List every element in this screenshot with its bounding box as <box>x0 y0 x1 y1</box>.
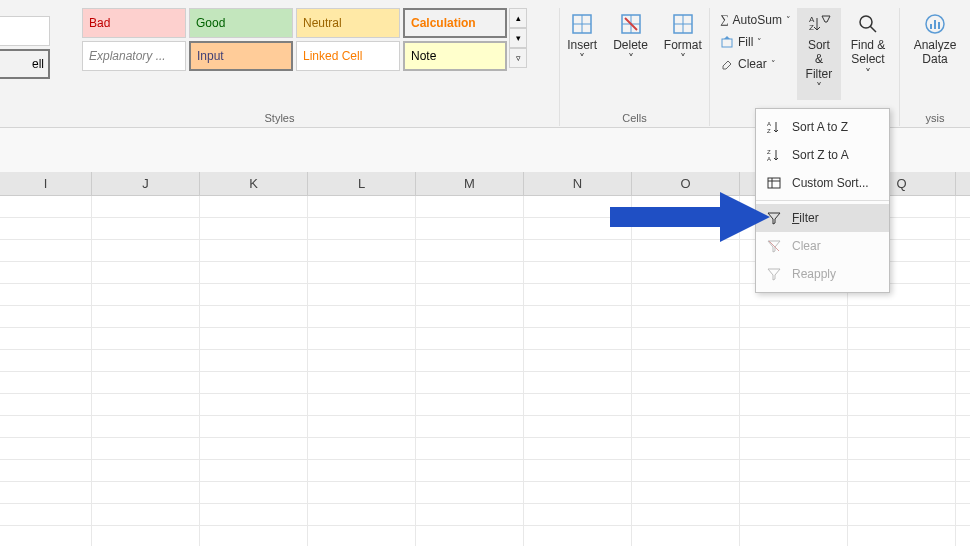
grid-cell[interactable] <box>416 284 524 305</box>
grid-cell[interactable] <box>416 218 524 239</box>
grid-cell[interactable] <box>416 328 524 349</box>
grid-cell[interactable] <box>524 350 632 371</box>
grid-cell[interactable] <box>416 482 524 503</box>
menu-filter[interactable]: Filter <box>756 204 889 232</box>
grid-cell[interactable] <box>740 438 848 459</box>
grid-cell[interactable] <box>92 394 200 415</box>
grid-cell[interactable] <box>308 504 416 525</box>
grid-cell[interactable] <box>632 240 740 261</box>
grid-cell[interactable] <box>632 526 740 546</box>
grid-cell[interactable] <box>308 460 416 481</box>
styles-scroll-down-icon[interactable]: ▾ <box>509 28 527 48</box>
grid-cell[interactable] <box>200 416 308 437</box>
grid-cell[interactable] <box>632 438 740 459</box>
grid-cell[interactable] <box>308 196 416 217</box>
grid-cell[interactable] <box>848 350 956 371</box>
grid-cell[interactable] <box>0 306 92 327</box>
grid-cell[interactable] <box>200 350 308 371</box>
grid-cell[interactable] <box>416 416 524 437</box>
grid-cell[interactable] <box>0 460 92 481</box>
styles-more-icon[interactable]: ▿ <box>509 48 527 68</box>
grid-cell[interactable] <box>0 372 92 393</box>
grid-cell[interactable] <box>308 240 416 261</box>
grid-cell[interactable] <box>308 416 416 437</box>
grid-cell[interactable] <box>0 328 92 349</box>
grid-cell[interactable] <box>92 526 200 546</box>
grid-cell[interactable] <box>524 372 632 393</box>
menu-sort-za[interactable]: ZA Sort Z to A <box>756 141 889 169</box>
grid-cell[interactable] <box>0 350 92 371</box>
grid-cell[interactable] <box>92 350 200 371</box>
grid-cell[interactable] <box>740 394 848 415</box>
grid-cell[interactable] <box>200 240 308 261</box>
grid-cell[interactable] <box>308 306 416 327</box>
grid-cell[interactable] <box>740 504 848 525</box>
grid-cell[interactable] <box>848 460 956 481</box>
style-explanatory[interactable]: Explanatory ... <box>82 41 186 71</box>
grid-cell[interactable] <box>92 460 200 481</box>
analyze-data-button[interactable]: Analyze Data <box>908 8 963 71</box>
grid-cell[interactable] <box>0 504 92 525</box>
grid-cell[interactable] <box>848 328 956 349</box>
grid-cell[interactable] <box>416 438 524 459</box>
style-neutral[interactable]: Neutral <box>296 8 400 38</box>
grid-cell[interactable] <box>200 394 308 415</box>
grid-cell[interactable] <box>308 526 416 546</box>
grid-cell[interactable] <box>0 262 92 283</box>
grid-cell[interactable] <box>416 262 524 283</box>
grid-cell[interactable] <box>416 350 524 371</box>
grid-cell[interactable] <box>740 482 848 503</box>
grid-cell[interactable] <box>92 328 200 349</box>
grid-cell[interactable] <box>416 394 524 415</box>
grid-cell[interactable] <box>632 306 740 327</box>
grid-cell[interactable] <box>416 196 524 217</box>
grid-cell[interactable] <box>0 526 92 546</box>
grid-cell[interactable] <box>416 460 524 481</box>
style-bad[interactable]: Bad <box>82 8 186 38</box>
column-header-J[interactable]: J <box>92 172 200 195</box>
grid-cell[interactable] <box>92 416 200 437</box>
grid-cell[interactable] <box>740 372 848 393</box>
fill-button[interactable]: Fill ˅ <box>716 33 795 51</box>
grid-cell[interactable] <box>308 218 416 239</box>
grid-cell[interactable] <box>200 328 308 349</box>
grid-cell[interactable] <box>308 482 416 503</box>
grid-cell[interactable] <box>92 240 200 261</box>
grid-cell[interactable] <box>92 196 200 217</box>
style-calculation[interactable]: Calculation <box>403 8 507 38</box>
grid-cell[interactable] <box>848 438 956 459</box>
find-select-button[interactable]: Find & Select ˅ <box>843 8 893 100</box>
grid-cell[interactable] <box>0 284 92 305</box>
grid-cell[interactable] <box>0 482 92 503</box>
menu-sort-az[interactable]: AZ Sort A to Z <box>756 113 889 141</box>
grid-cell[interactable] <box>740 416 848 437</box>
grid-cell[interactable] <box>416 240 524 261</box>
grid-cell[interactable] <box>0 416 92 437</box>
grid-cell[interactable] <box>416 306 524 327</box>
grid-cell[interactable] <box>848 372 956 393</box>
grid-cell[interactable] <box>200 262 308 283</box>
grid-cell[interactable] <box>308 372 416 393</box>
grid-cell[interactable] <box>740 460 848 481</box>
style-input[interactable]: Input <box>189 41 293 71</box>
grid-cell[interactable] <box>632 416 740 437</box>
grid-cell[interactable] <box>632 284 740 305</box>
grid-cell[interactable] <box>632 482 740 503</box>
grid-cell[interactable] <box>308 284 416 305</box>
style-linked-cell[interactable]: Linked Cell <box>296 41 400 71</box>
grid-cell[interactable] <box>200 306 308 327</box>
style-cell-partial-2[interactable]: ell <box>0 49 50 79</box>
grid-cell[interactable] <box>632 460 740 481</box>
grid-cell[interactable] <box>848 416 956 437</box>
grid-cell[interactable] <box>0 240 92 261</box>
grid-cell[interactable] <box>92 218 200 239</box>
grid-cell[interactable] <box>200 460 308 481</box>
grid-cell[interactable] <box>92 262 200 283</box>
grid-cell[interactable] <box>524 328 632 349</box>
grid-cell[interactable] <box>308 350 416 371</box>
style-good[interactable]: Good <box>189 8 293 38</box>
grid-cell[interactable] <box>524 460 632 481</box>
grid-cell[interactable] <box>740 306 848 327</box>
grid-cell[interactable] <box>416 372 524 393</box>
column-header-M[interactable]: M <box>416 172 524 195</box>
